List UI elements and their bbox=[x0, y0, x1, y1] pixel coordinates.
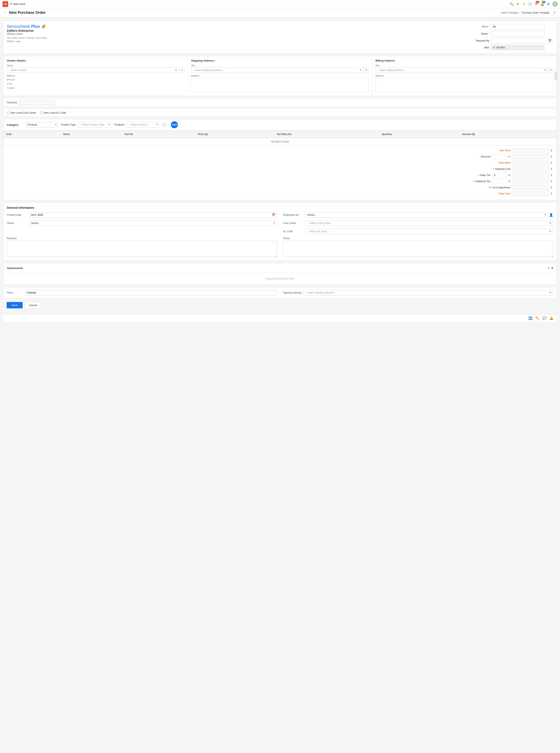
bottom-icon-4[interactable]: 🔔 bbox=[549, 316, 554, 320]
po-number-input[interactable] bbox=[491, 24, 544, 29]
nav-icons: 🔍 ✦ ⚡ 🕐 ✉ 36 🔔 24 ⚙ bbox=[509, 2, 558, 6]
shipping-select[interactable]: -- Select Shipping Address -- bbox=[191, 67, 363, 73]
product-select[interactable]: -- Select Product -- bbox=[127, 122, 160, 127]
attach-plus-icon[interactable]: + bbox=[547, 266, 550, 270]
terms-field: Terms bbox=[283, 237, 553, 257]
sub-total-row: Sub Total $ bbox=[7, 148, 553, 153]
signing-authority-select[interactable]: -- Select Signing Authority -- bbox=[303, 290, 553, 296]
gl-code-select[interactable]: -- Select GL Code -- bbox=[305, 229, 553, 234]
clock-icon[interactable]: 🕐 bbox=[528, 2, 532, 6]
col-tax-rate: Tax Rate (%) bbox=[274, 131, 379, 138]
item-level-cost-center-checkbox[interactable]: Item Level Cost Center bbox=[7, 111, 36, 114]
products-label: Products bbox=[115, 123, 124, 126]
person-icon[interactable]: 👤 bbox=[549, 213, 553, 217]
shipping-add-button[interactable]: + bbox=[364, 68, 369, 73]
general-info-title: General Information bbox=[7, 206, 553, 209]
template-select[interactable]: Purchase Order Template bbox=[520, 10, 557, 15]
sites-row: Sites All Sites bbox=[471, 45, 553, 50]
additional-tax-row: + Additional Tax % $ bbox=[7, 179, 553, 184]
search-icon[interactable]: 🔍 bbox=[509, 2, 514, 6]
vendor-select[interactable]: -- Select Vendor -- bbox=[7, 67, 179, 73]
place-label: Place bbox=[7, 291, 23, 294]
additional-tax-pct-input[interactable] bbox=[492, 179, 506, 184]
template-label: Select Template bbox=[501, 11, 518, 14]
name-input[interactable] bbox=[491, 31, 544, 37]
table-header: S.No Items Part No Price ($) Tax Rate (%… bbox=[4, 131, 557, 138]
sub-total-input[interactable] bbox=[512, 148, 549, 153]
app-name: IT Help Desk bbox=[10, 2, 25, 5]
settings-icon[interactable]: ⚙ bbox=[546, 2, 551, 6]
attachments-section: Attachments + ▾ Drag and drop files here bbox=[3, 263, 557, 284]
sales-tax-row: + Sales Tax % $ bbox=[7, 173, 553, 178]
total-net-input[interactable] bbox=[512, 160, 549, 165]
company-logo: ServiceDesk Plus 🌈 bbox=[7, 24, 47, 29]
sites-badge: All Sites bbox=[491, 45, 544, 50]
attach-chevron-icon[interactable]: ▾ bbox=[551, 266, 553, 270]
avatar[interactable] bbox=[553, 2, 558, 6]
cost-center-check[interactable] bbox=[7, 111, 9, 114]
bell-badge-wrap: 🔔 24 bbox=[540, 2, 544, 6]
cost-adjustment-input[interactable] bbox=[512, 185, 549, 190]
product-type-label: Product Type bbox=[61, 123, 76, 126]
col-part-no: Part No bbox=[122, 131, 195, 138]
items-table: S.No Items Part No Price ($) Tax Rate (%… bbox=[3, 130, 557, 145]
shipping-section: Shipping Address • Site -- Select Shippi… bbox=[188, 56, 372, 96]
total-net-row: Total (Net) $ bbox=[7, 160, 553, 165]
total-cost-input[interactable] bbox=[512, 191, 549, 196]
gl-code-check[interactable] bbox=[40, 111, 43, 114]
add-product-button[interactable]: Add bbox=[171, 121, 178, 128]
currency-input[interactable] bbox=[19, 100, 56, 105]
created-date-input[interactable] bbox=[29, 212, 277, 218]
additional-tax-amount-input[interactable] bbox=[512, 179, 549, 184]
billing-select[interactable]: -- Select Billing Address -- bbox=[376, 67, 548, 73]
bottom-icon-2[interactable]: ✏️ bbox=[535, 316, 539, 320]
back-button[interactable]: ← bbox=[3, 11, 7, 15]
sales-tax-amount-input[interactable] bbox=[512, 173, 549, 178]
owner-select[interactable]: Jendra bbox=[29, 221, 277, 226]
cancel-button[interactable]: Cancel bbox=[25, 302, 42, 309]
sales-tax-value-input[interactable] bbox=[492, 173, 506, 178]
vendor-add-button[interactable]: + bbox=[180, 68, 184, 73]
requested-by-wrap: Jendra 👤 bbox=[305, 212, 553, 218]
item-level-gl-code-checkbox[interactable]: Item Level GL Code bbox=[40, 111, 66, 114]
terms-label: Terms bbox=[283, 237, 553, 240]
discount-amount-input[interactable] bbox=[512, 154, 549, 159]
discount-pct-input[interactable] bbox=[492, 154, 506, 159]
shipping-title: Shipping Address • bbox=[191, 59, 368, 62]
items-table-wrap: S.No Items Part No Price ($) Tax Rate (%… bbox=[3, 130, 557, 145]
created-date-calendar-icon[interactable]: 📅 bbox=[272, 213, 275, 217]
shipping-select-wrap: -- Select Shipping Address -- + bbox=[191, 67, 368, 73]
total-cost-row: Total Cost $ bbox=[7, 191, 553, 196]
remarks-textarea[interactable] bbox=[7, 241, 277, 257]
product-plus-button[interactable]: + bbox=[162, 122, 167, 127]
col-amount: Amount ($) bbox=[460, 131, 557, 138]
cost-center-select[interactable]: -- Select Cost Center -- bbox=[305, 221, 553, 226]
billing-select-wrap: -- Select Billing Address -- + bbox=[376, 67, 553, 73]
required-by-input[interactable] bbox=[491, 38, 553, 43]
cost-center-label: Cost Center bbox=[283, 222, 304, 225]
gl-code-label: GL Code bbox=[283, 230, 304, 233]
lightning-icon[interactable]: ⚡ bbox=[522, 2, 526, 6]
shipping-cost-input[interactable] bbox=[512, 166, 549, 171]
save-button[interactable]: Save bbox=[6, 302, 23, 308]
company-name: Zylkers Enterprise bbox=[7, 29, 47, 32]
shipping-cost-row: + Shipping Cost $ bbox=[7, 166, 553, 171]
place-input[interactable] bbox=[25, 290, 277, 296]
no-items-message: No Items Found bbox=[4, 138, 557, 145]
calendar-icon[interactable]: 📅 bbox=[548, 39, 552, 42]
collapse-handle[interactable]: ‹ bbox=[555, 72, 557, 80]
requested-by-select[interactable]: Jendra bbox=[305, 212, 548, 218]
vendor-section: Vendor Details • Name -- Select Vendor -… bbox=[3, 56, 188, 96]
bottom-icon-1[interactable]: 🔤 bbox=[528, 316, 533, 320]
category-select[interactable]: Products bbox=[26, 122, 59, 127]
shipping-address-textarea[interactable] bbox=[191, 78, 368, 92]
billing-add-button[interactable]: + bbox=[549, 68, 553, 73]
star-icon[interactable]: ✦ bbox=[516, 2, 520, 6]
billing-address-textarea[interactable] bbox=[376, 78, 553, 92]
bell-badge: 24 bbox=[542, 1, 545, 3]
product-type-select[interactable]: -- Select Product Type -- bbox=[78, 122, 112, 127]
bottom-icon-3[interactable]: 💬 bbox=[542, 316, 546, 320]
checkbox-row: Item Level Cost Center Item Level GL Cod… bbox=[3, 109, 557, 117]
terms-textarea[interactable] bbox=[283, 241, 553, 257]
drop-zone[interactable]: Drag and drop files here bbox=[3, 273, 557, 284]
